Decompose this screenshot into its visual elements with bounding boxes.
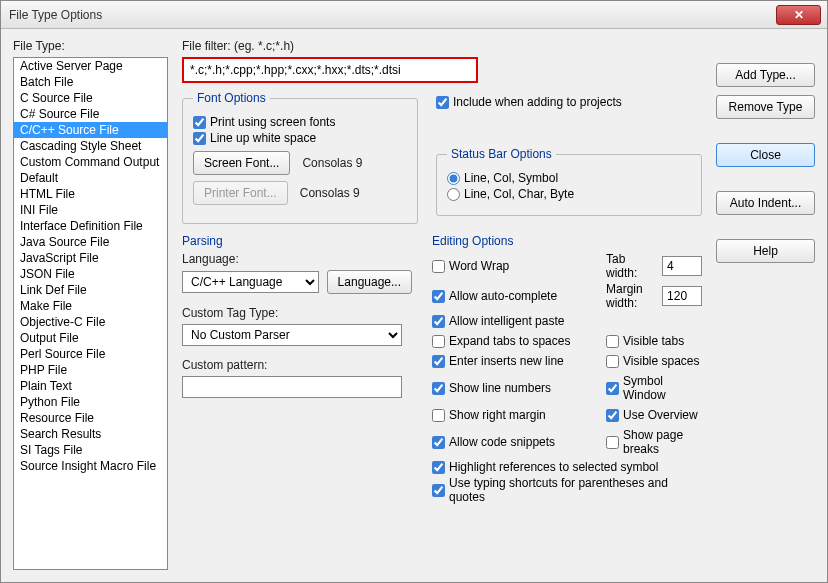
file-type-item[interactable]: PHP File (14, 362, 167, 378)
file-type-item[interactable]: Objective-C File (14, 314, 167, 330)
custom-pattern-label: Custom pattern: (182, 358, 412, 372)
status-opt1-label: Line, Col, Symbol (464, 171, 558, 185)
parsing-title: Parsing (182, 234, 412, 248)
close-button[interactable]: Close (716, 143, 815, 167)
file-type-item[interactable]: Custom Command Output (14, 154, 167, 170)
file-type-item[interactable]: INI File (14, 202, 167, 218)
file-type-item[interactable]: C/C++ Source File (14, 122, 167, 138)
dialog-body: File Type: Active Server PageBatch FileC… (1, 29, 827, 582)
symbol-window-check[interactable]: Symbol Window (606, 374, 702, 402)
font-options-group: Font Options Print using screen fonts Li… (182, 91, 418, 224)
file-type-item[interactable]: SI Tags File (14, 442, 167, 458)
language-select[interactable]: C/C++ Language (182, 271, 319, 293)
margin-width-label: Margin width: (606, 282, 643, 310)
status-opt2-radio[interactable] (447, 188, 460, 201)
help-button[interactable]: Help (716, 239, 815, 263)
status-opt2[interactable]: Line, Col, Char, Byte (447, 187, 691, 201)
code-snippets-check[interactable]: Allow code snippets (432, 428, 602, 456)
file-type-item[interactable]: Make File (14, 298, 167, 314)
status-bar-group: Status Bar Options Line, Col, Symbol Lin… (436, 147, 702, 216)
printer-font-value: Consolas 9 (300, 186, 360, 200)
status-opt1-radio[interactable] (447, 172, 460, 185)
file-type-item[interactable]: Default (14, 170, 167, 186)
include-projects-label: Include when adding to projects (453, 95, 622, 109)
custom-pattern-input[interactable] (182, 376, 402, 398)
file-filter-label: File filter: (eg. *.c;*.h) (182, 39, 702, 53)
status-bar-legend: Status Bar Options (447, 147, 556, 161)
add-type-button[interactable]: Add Type... (716, 63, 815, 87)
file-type-item[interactable]: Java Source File (14, 234, 167, 250)
language-row: C/C++ Language Language... (182, 270, 412, 294)
window-close-button[interactable]: ✕ (776, 5, 821, 25)
visible-spaces-check[interactable]: Visible spaces (606, 354, 702, 368)
margin-width-input[interactable] (662, 286, 702, 306)
editing-grid: Word Wrap Tab width: Allow auto-complete… (432, 252, 702, 458)
file-type-item[interactable]: Resource File (14, 410, 167, 426)
status-opt1[interactable]: Line, Col, Symbol (447, 171, 691, 185)
line-up-whitespace-checkbox[interactable] (193, 132, 206, 145)
line-numbers-check[interactable]: Show line numbers (432, 374, 602, 402)
expand-tabs-check[interactable]: Expand tabs to spaces (432, 334, 602, 348)
custom-tag-select[interactable]: No Custom Parser (182, 324, 402, 346)
file-type-item[interactable]: Python File (14, 394, 167, 410)
file-type-item[interactable]: Output File (14, 330, 167, 346)
mid-upper-row: Font Options Print using screen fonts Li… (182, 91, 702, 224)
auto-indent-button[interactable]: Auto Indent... (716, 191, 815, 215)
file-type-item[interactable]: Batch File (14, 74, 167, 90)
use-overview-check[interactable]: Use Overview (606, 408, 702, 422)
typing-shortcuts-check[interactable]: Use typing shortcuts for parentheses and… (432, 476, 702, 504)
file-type-item[interactable]: HTML File (14, 186, 167, 202)
print-screen-fonts-label: Print using screen fonts (210, 115, 335, 129)
file-type-item[interactable]: Active Server Page (14, 58, 167, 74)
include-projects-check[interactable]: Include when adding to projects (436, 95, 702, 109)
screen-font-button[interactable]: Screen Font... (193, 151, 290, 175)
titlebar: File Type Options ✕ (1, 1, 827, 29)
file-type-item[interactable]: Perl Source File (14, 346, 167, 362)
file-type-item[interactable]: Link Def File (14, 282, 167, 298)
right-margin-check[interactable]: Show right margin (432, 408, 602, 422)
file-type-item[interactable]: Plain Text (14, 378, 167, 394)
printer-font-row: Printer Font... Consolas 9 (193, 181, 407, 205)
file-type-item[interactable]: C Source File (14, 90, 167, 106)
intelligent-paste-check[interactable]: Allow intelligent paste (432, 314, 602, 328)
right-button-column: Add Type... Remove Type Close Auto Inden… (716, 39, 815, 570)
remove-type-button[interactable]: Remove Type (716, 95, 815, 119)
printer-font-button: Printer Font... (193, 181, 288, 205)
tab-width-label: Tab width: (606, 252, 639, 280)
file-type-item[interactable]: Source Insight Macro File (14, 458, 167, 474)
visible-tabs-check[interactable]: Visible tabs (606, 334, 702, 348)
include-projects-checkbox[interactable] (436, 96, 449, 109)
lower-row: Parsing Language: C/C++ Language Languag… (182, 232, 702, 506)
file-type-item[interactable]: C# Source File (14, 106, 167, 122)
print-screen-fonts-checkbox[interactable] (193, 116, 206, 129)
page-breaks-check[interactable]: Show page breaks (606, 428, 702, 456)
print-screen-fonts-check[interactable]: Print using screen fonts (193, 115, 407, 129)
word-wrap-check[interactable]: Word Wrap (432, 254, 602, 278)
file-type-item[interactable]: JSON File (14, 266, 167, 282)
file-type-column: File Type: Active Server PageBatch FileC… (13, 39, 168, 570)
tab-width-input[interactable] (662, 256, 702, 276)
enter-new-line-check[interactable]: Enter inserts new line (432, 354, 602, 368)
line-up-whitespace-check[interactable]: Line up white space (193, 131, 407, 145)
custom-tag-label: Custom Tag Type: (182, 306, 412, 320)
parsing-column: Parsing Language: C/C++ Language Languag… (182, 232, 412, 506)
highlight-refs-check[interactable]: Highlight references to selected symbol (432, 460, 702, 474)
auto-complete-check[interactable]: Allow auto-complete (432, 284, 602, 308)
line-up-whitespace-label: Line up white space (210, 131, 316, 145)
middle-column: File filter: (eg. *.c;*.h) Font Options … (182, 39, 702, 570)
file-filter-input[interactable] (182, 57, 478, 83)
file-type-item[interactable]: Interface Definition File (14, 218, 167, 234)
close-icon: ✕ (794, 8, 804, 22)
editing-title: Editing Options (432, 234, 702, 248)
upper-right-subcol: Include when adding to projects Status B… (436, 91, 702, 224)
file-type-label: File Type: (13, 39, 168, 53)
file-type-list[interactable]: Active Server PageBatch FileC Source Fil… (13, 57, 168, 570)
tab-width-row: Tab width: (606, 252, 702, 280)
window-title: File Type Options (9, 8, 776, 22)
language-button[interactable]: Language... (327, 270, 412, 294)
font-options-legend: Font Options (193, 91, 270, 105)
file-type-item[interactable]: JavaScript File (14, 250, 167, 266)
file-type-item[interactable]: Search Results (14, 426, 167, 442)
file-type-item[interactable]: Cascading Style Sheet (14, 138, 167, 154)
language-label: Language: (182, 252, 412, 266)
